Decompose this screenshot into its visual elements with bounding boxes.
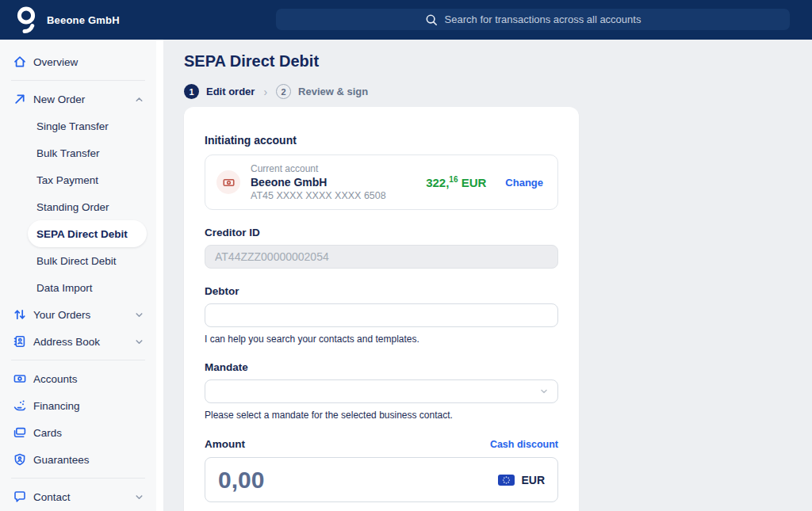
hand-coins-icon (13, 399, 27, 413)
sidebar-item-new-order[interactable]: New Order (0, 86, 156, 112)
mandate-helper-text: Please select a mandate for the selected… (205, 410, 558, 421)
sidebar-item-label: New Order (33, 93, 85, 105)
address-book-icon (13, 334, 27, 349)
sidebar-item-standing-order[interactable]: Standing Order (28, 193, 118, 220)
stepper: 1 Edit order › 2 Review & sign (184, 84, 812, 99)
sidebar-item-financing[interactable]: Financing (0, 392, 156, 419)
chevron-down-icon (133, 491, 145, 503)
eu-flag-icon (498, 475, 515, 486)
sidebar-divider (11, 80, 145, 81)
step-1-circle: 1 (184, 84, 199, 99)
new-order-submenu: Single Transfer Bulk Transfer Tax Paymen… (0, 112, 156, 301)
page-title: SEPA Direct Debit (184, 52, 812, 71)
sidebar: Overview New Order Single Transfer Bulk … (0, 40, 156, 511)
account-name: Beeone GmbH (251, 176, 426, 189)
top-bar: Beeone GmbH Search for transactions acro… (0, 0, 812, 40)
currency-badge: EUR (498, 474, 545, 486)
chevron-down-icon (133, 309, 145, 321)
currency-code: EUR (521, 474, 545, 486)
amount-header-row: Amount Cash discount (205, 438, 558, 450)
sidebar-item-label: Contact (33, 491, 71, 503)
sidebar-item-cards[interactable]: Cards (0, 419, 156, 446)
sidebar-item-tax-payment[interactable]: Tax Payment (28, 166, 107, 193)
sidebar-item-label: Financing (33, 400, 80, 412)
chevron-up-icon (133, 93, 145, 105)
sidebar-item-label: Overview (33, 56, 78, 68)
sidebar-item-label: Your Orders (33, 309, 90, 321)
sidebar-item-label: Accounts (33, 373, 78, 385)
sidebar-item-label: Cards (33, 427, 62, 439)
search-icon (425, 13, 438, 26)
account-iban: AT45 XXXX XXXX XXXX 6508 (251, 190, 426, 201)
sidebar-item-address-book[interactable]: Address Book (0, 328, 156, 355)
sidebar-item-bulk-transfer[interactable]: Bulk Transfer (28, 139, 109, 166)
balance-cents: 16 (449, 175, 458, 184)
shield-icon (13, 452, 27, 467)
chevron-right-icon: › (263, 86, 267, 98)
banknote-icon (13, 372, 27, 386)
order-form-card: Initiating account Current account Beeon… (184, 107, 579, 511)
sidebar-item-guarantees[interactable]: Guarantees (0, 446, 156, 473)
brand-logo-icon (16, 6, 37, 35)
search-placeholder: Search for transactions across all accou… (445, 13, 642, 25)
debtor-helper-text: I can help you search your contacts and … (205, 334, 558, 345)
creditor-id-input (205, 245, 558, 269)
sidebar-item-label: Address Book (33, 336, 100, 348)
sidebar-item-contact[interactable]: Contact (0, 483, 156, 510)
brand-logo (16, 6, 37, 35)
amount-input[interactable] (218, 467, 498, 494)
sidebar-scroll-track[interactable] (156, 40, 163, 511)
cards-icon (13, 425, 27, 440)
account-banknote-icon (216, 170, 240, 194)
mandate-label: Mandate (205, 361, 558, 373)
arrow-up-right-icon (13, 92, 27, 106)
sidebar-item-sepa-direct-debit[interactable]: SEPA Direct Debit (28, 220, 147, 247)
debtor-label: Debtor (205, 285, 558, 297)
sidebar-item-data-import[interactable]: Data Import (28, 274, 102, 301)
chevron-down-icon (133, 336, 145, 348)
cash-discount-link[interactable]: Cash discount (490, 439, 558, 450)
sidebar-item-label: Guarantees (33, 454, 90, 466)
sidebar-divider (11, 478, 145, 479)
initiating-account-heading: Initiating account (205, 134, 558, 147)
amount-label: Amount (205, 438, 245, 450)
home-icon (13, 55, 27, 69)
mandate-input[interactable] (205, 379, 558, 403)
sidebar-divider (11, 360, 145, 360)
main-content: SEPA Direct Debit 1 Edit order › 2 Revie… (163, 40, 812, 511)
debtor-input[interactable] (205, 303, 558, 327)
sidebar-item-accounts[interactable]: Accounts (0, 365, 156, 392)
step-2-circle: 2 (276, 84, 291, 99)
amount-field: EUR (205, 457, 558, 502)
sidebar-item-overview[interactable]: Overview (0, 48, 156, 75)
creditor-id-label: Creditor ID (205, 227, 558, 238)
initiating-account-card: Current account Beeone GmbH AT45 XXXX XX… (205, 154, 558, 210)
chat-bubble-icon (13, 490, 27, 504)
account-type: Current account (251, 163, 426, 174)
arrows-up-down-icon (13, 307, 27, 322)
sidebar-item-single-transfer[interactable]: Single Transfer (28, 112, 117, 139)
account-texts: Current account Beeone GmbH AT45 XXXX XX… (251, 163, 426, 201)
global-search-input[interactable]: Search for transactions across all accou… (276, 9, 790, 30)
mandate-select[interactable] (205, 379, 558, 403)
step-2-label: Review & sign (298, 86, 368, 97)
step-1-label: Edit order (206, 86, 255, 97)
change-account-button[interactable]: Change (505, 177, 543, 189)
brand-name: Beeone GmbH (47, 14, 120, 26)
sidebar-item-your-orders[interactable]: Your Orders (0, 301, 156, 328)
sidebar-item-bulk-direct-debit[interactable]: Bulk Direct Debit (28, 247, 125, 274)
account-balance: 322,16 EUR (426, 175, 486, 189)
